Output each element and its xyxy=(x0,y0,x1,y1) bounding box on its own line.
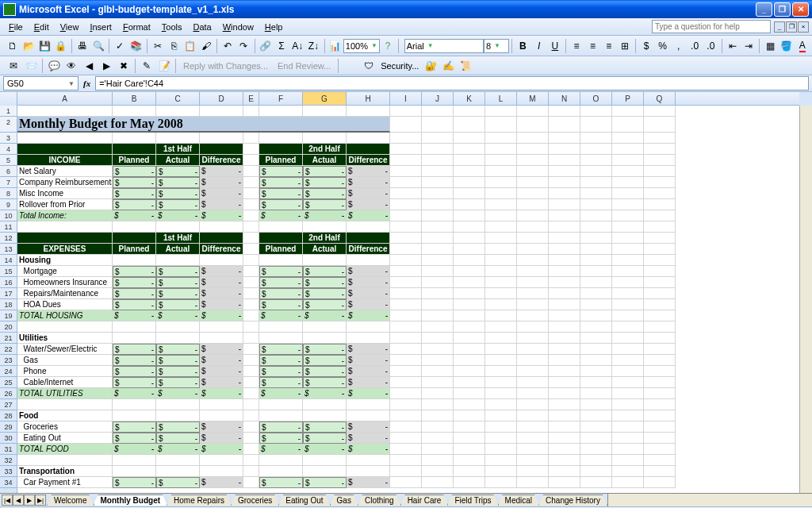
cell[interactable] xyxy=(422,255,454,266)
cell[interactable] xyxy=(580,266,612,277)
cell[interactable]: Actual xyxy=(303,244,347,255)
cell[interactable] xyxy=(612,255,644,266)
cell[interactable] xyxy=(347,233,390,244)
cell[interactable] xyxy=(390,210,422,221)
cell[interactable]: $- xyxy=(156,166,200,177)
cell[interactable]: TOTAL UTILITIES xyxy=(17,388,113,399)
cell[interactable] xyxy=(303,255,347,266)
cell[interactable] xyxy=(243,144,259,155)
cell[interactable]: $- xyxy=(303,366,347,377)
cell[interactable] xyxy=(644,410,676,421)
cell[interactable] xyxy=(454,433,485,444)
cell[interactable] xyxy=(517,333,549,344)
cell[interactable]: $- xyxy=(347,188,390,199)
cell[interactable] xyxy=(454,288,485,299)
cell[interactable] xyxy=(390,106,422,117)
cell[interactable]: $- xyxy=(303,310,347,321)
cell[interactable] xyxy=(156,466,200,477)
currency-icon[interactable]: $ xyxy=(639,38,653,54)
cell[interactable] xyxy=(612,117,644,133)
cell[interactable]: $- xyxy=(303,166,347,177)
menu-insert[interactable]: Insert xyxy=(84,21,117,33)
cell[interactable] xyxy=(612,333,644,344)
row-header[interactable]: 21 xyxy=(0,333,17,344)
cell[interactable] xyxy=(644,199,676,210)
cell[interactable] xyxy=(17,144,113,155)
security-icon[interactable]: 🛡 xyxy=(361,58,377,74)
cell[interactable] xyxy=(390,477,422,488)
borders-icon[interactable]: ▦ xyxy=(763,38,777,54)
column-header[interactable]: E xyxy=(243,92,259,105)
cell[interactable] xyxy=(156,133,200,144)
row-header[interactable]: 19 xyxy=(0,310,17,321)
align-right-icon[interactable]: ≡ xyxy=(602,38,616,54)
next-comment-icon[interactable]: ▶ xyxy=(98,58,114,74)
cell[interactable]: $- xyxy=(200,277,243,288)
cell[interactable] xyxy=(454,177,485,188)
cell[interactable] xyxy=(580,477,612,488)
cell[interactable]: $- xyxy=(113,310,156,321)
row-header[interactable]: 31 xyxy=(0,444,17,455)
cell[interactable] xyxy=(549,321,580,333)
cell[interactable]: $- xyxy=(259,188,303,199)
row-header[interactable]: 5 xyxy=(0,155,17,166)
cell[interactable] xyxy=(200,255,243,266)
cell[interactable] xyxy=(549,355,580,366)
cell[interactable]: $- xyxy=(259,366,303,377)
cell[interactable] xyxy=(612,477,644,488)
cell[interactable] xyxy=(612,155,644,166)
cell[interactable]: $- xyxy=(259,421,303,433)
cell[interactable] xyxy=(243,299,259,310)
cell[interactable] xyxy=(454,221,485,233)
cell[interactable] xyxy=(549,299,580,310)
cell[interactable] xyxy=(485,333,517,344)
cell[interactable] xyxy=(347,455,390,466)
cell[interactable] xyxy=(113,144,156,155)
cell[interactable] xyxy=(549,255,580,266)
cell[interactable]: $- xyxy=(156,421,200,433)
cell[interactable] xyxy=(644,399,676,410)
cell[interactable] xyxy=(517,177,549,188)
menu-view[interactable]: View xyxy=(55,21,85,33)
cell[interactable]: EXPENSES xyxy=(17,244,113,255)
column-header[interactable]: L xyxy=(485,92,517,105)
cell[interactable]: $- xyxy=(200,388,243,399)
cell[interactable]: Difference xyxy=(200,244,243,255)
cell[interactable]: Groceries xyxy=(17,421,113,433)
sheet-tab[interactable]: Home Repairs xyxy=(167,495,232,506)
cell[interactable] xyxy=(259,255,303,266)
cell[interactable] xyxy=(485,255,517,266)
cell[interactable] xyxy=(200,133,243,144)
cell[interactable] xyxy=(644,421,676,433)
cell[interactable]: $- xyxy=(156,266,200,277)
cell[interactable]: $- xyxy=(347,166,390,177)
cell[interactable]: $- xyxy=(156,477,200,488)
cell[interactable]: Mortgage xyxy=(17,266,113,277)
cell[interactable] xyxy=(390,166,422,177)
cell[interactable] xyxy=(485,455,517,466)
cell[interactable] xyxy=(259,333,303,344)
track-icon[interactable]: 📝 xyxy=(156,58,172,74)
bold-icon[interactable]: B xyxy=(515,38,530,54)
cell[interactable] xyxy=(454,133,485,144)
cell[interactable]: $- xyxy=(303,377,347,388)
print-icon[interactable]: 🖶 xyxy=(75,38,90,54)
cell[interactable] xyxy=(517,310,549,321)
cell[interactable] xyxy=(390,321,422,333)
font-size-combo[interactable]: 8▼ xyxy=(484,39,509,53)
cell[interactable] xyxy=(243,133,259,144)
cell[interactable] xyxy=(612,188,644,199)
cell[interactable] xyxy=(454,117,485,133)
cell[interactable] xyxy=(243,288,259,299)
cell[interactable] xyxy=(549,433,580,444)
cell[interactable] xyxy=(200,466,243,477)
cell[interactable]: Misc Income xyxy=(17,188,113,199)
cell[interactable] xyxy=(347,321,390,333)
cell[interactable] xyxy=(644,177,676,188)
cell[interactable] xyxy=(422,244,454,255)
row-header[interactable]: 34 xyxy=(0,477,17,488)
cell[interactable]: Net Salary xyxy=(17,166,113,177)
cell[interactable] xyxy=(517,299,549,310)
cell[interactable]: $- xyxy=(156,177,200,188)
cell[interactable] xyxy=(113,321,156,333)
